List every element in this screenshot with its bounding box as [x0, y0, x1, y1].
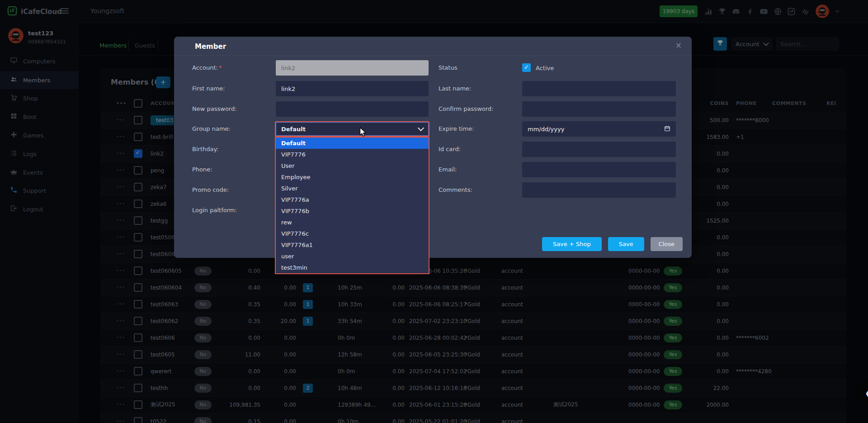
dropdown-option-vip7776[interactable]: VIP7776 — [276, 149, 429, 160]
field-label-comments: Comments: — [439, 186, 472, 193]
group-name-select[interactable]: Default — [275, 121, 429, 137]
field-label-confirm-password: Confirm password: — [439, 105, 493, 112]
field-label-last-name: Last name: — [439, 85, 471, 92]
calendar-icon — [664, 125, 670, 133]
selected-group-value: Default — [281, 126, 306, 133]
comments-input[interactable] — [522, 182, 676, 198]
field-label-login-paltform: Login paltform: — [192, 207, 237, 214]
dropdown-option-employee[interactable]: Employee — [276, 171, 429, 183]
dropdown-option-user[interactable]: User — [276, 160, 429, 171]
field-label-email: Email: — [439, 166, 457, 173]
field-label-status: Status — [439, 64, 457, 71]
modal-title: Member — [195, 43, 226, 51]
first-name-input[interactable]: link2 — [276, 81, 429, 96]
field-label-group-name: Group name: — [192, 125, 231, 132]
group-name-dropdown: DefaultVIP7776UserEmployeeSilverVIP7776a… — [275, 137, 429, 274]
dropdown-option-vip7776a[interactable]: VIP7776a — [276, 194, 429, 205]
field-label-phone: Phone: — [192, 166, 212, 173]
field-label-account: Account:* — [192, 64, 222, 71]
field-label-first-name: First name: — [192, 85, 225, 92]
modal-buttons: Save + ShopSaveClose — [542, 237, 683, 251]
dropdown-option-silver[interactable]: Silver — [276, 183, 429, 194]
dropdown-option-user[interactable]: user — [276, 251, 429, 262]
dropdown-option-rew[interactable]: rew — [276, 217, 429, 228]
member-modal: Member × Account:*link2First name:link2N… — [174, 37, 692, 258]
expire-time-input[interactable]: mm/dd/yyyy — [522, 121, 676, 137]
dropdown-option-test3min[interactable]: test3min — [276, 262, 429, 273]
dropdown-option-default[interactable]: Default — [276, 138, 429, 149]
save-button[interactable]: Save — [608, 237, 644, 251]
dropdown-option-vip7776b[interactable]: VIP7776b — [276, 205, 429, 217]
account-input: link2 — [276, 60, 429, 76]
save-shop-button[interactable]: Save + Shop — [542, 237, 602, 251]
field-label-birthday: Birthday: — [192, 146, 219, 152]
chevron-down-icon — [418, 125, 424, 131]
field-label-new-password: New password: — [192, 105, 237, 112]
dropdown-option-vip7776a1[interactable]: VIP7776a1 — [276, 239, 429, 251]
close-button[interactable]: Close — [651, 237, 683, 251]
field-label-promo-code: Promo code: — [192, 186, 229, 193]
active-checkbox[interactable] — [522, 63, 531, 72]
new-password-input[interactable] — [276, 101, 429, 117]
id-card-input[interactable] — [522, 142, 676, 157]
last-name-input[interactable] — [522, 81, 676, 96]
dropdown-option-vip7776c[interactable]: VIP7776c — [276, 228, 429, 239]
active-checkbox-label: Active — [536, 65, 554, 71]
modal-divider — [174, 56, 692, 56]
field-label-expire-time: Expire time: — [439, 125, 474, 132]
confirm-password-input[interactable] — [522, 101, 676, 117]
close-icon[interactable]: × — [675, 41, 682, 50]
email-input[interactable] — [522, 162, 676, 177]
field-label-id-card: Id card: — [439, 146, 461, 152]
